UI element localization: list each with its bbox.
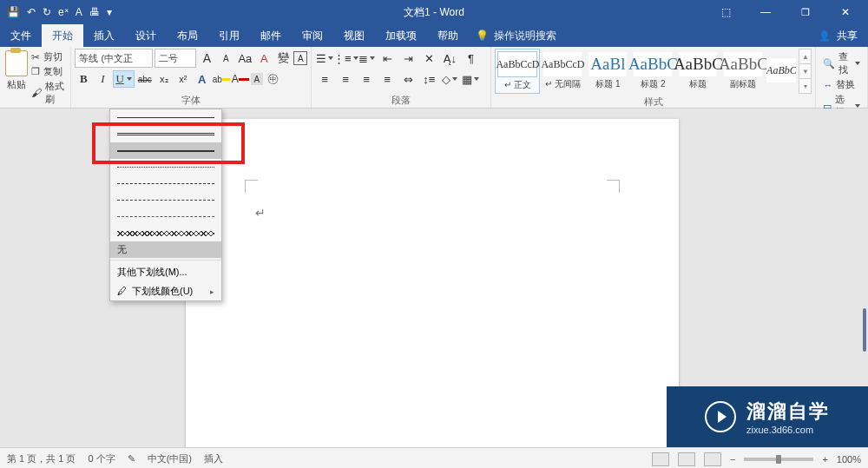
asian-layout-button[interactable]: ✕ (419, 49, 438, 67)
scrollbar-thumb[interactable] (863, 308, 866, 352)
underline-more-button[interactable]: 其他下划线(M)... (110, 262, 221, 281)
tab-insert[interactable]: 插入 (83, 24, 125, 47)
align-center-button[interactable]: ≡ (336, 70, 355, 88)
phonetic-button[interactable]: 變 (274, 49, 292, 67)
tab-layout[interactable]: 布局 (167, 24, 208, 47)
copy-button[interactable]: 复制 (31, 65, 67, 78)
style-gallery-scroll[interactable]: ▲ ▼ ▾ (799, 49, 812, 94)
style-heading2[interactable]: AaBbC 标题 2 (630, 49, 675, 94)
spellcheck-icon[interactable]: ✎ (128, 453, 135, 465)
font-size-combo[interactable]: 二号 (155, 49, 196, 68)
print-layout-icon[interactable] (678, 452, 695, 466)
text-effects-button[interactable]: A (194, 70, 211, 88)
style-title[interactable]: AaBbC 标题 (675, 49, 720, 94)
underline-color-button[interactable]: 下划线颜色(U) (110, 281, 221, 300)
print-icon[interactable]: 🖶 (89, 6, 100, 18)
borders-button[interactable]: ▦ (461, 70, 480, 88)
style-subtitle[interactable]: AaBbC 副标题 (720, 49, 766, 94)
ribbon-display-icon[interactable]: ⬚ (713, 6, 738, 18)
zoom-slider[interactable] (744, 458, 813, 461)
increase-indent-button[interactable]: ⇥ (398, 49, 418, 67)
bullets-button[interactable]: ☰ (315, 49, 334, 67)
underline-style-wave[interactable] (110, 225, 221, 241)
format-painter-button[interactable]: 格式刷 (31, 80, 67, 106)
style-heading1[interactable]: AaBl 标题 1 (585, 49, 630, 94)
char-border-button[interactable]: A (293, 51, 307, 65)
qat-more-icon[interactable]: ▾ (107, 6, 112, 18)
font-color-button[interactable]: A (232, 70, 249, 88)
multilevel-button[interactable]: ≣ (357, 49, 376, 67)
style-no-spacing[interactable]: AaBbCcD ↵ 无间隔 (540, 49, 585, 94)
tab-addins[interactable]: 加载项 (375, 24, 427, 47)
highlight-button[interactable]: ab (213, 70, 230, 88)
clear-format-button[interactable]: A (255, 49, 273, 67)
restore-icon[interactable] (793, 6, 818, 18)
change-case-button[interactable]: Aa (236, 49, 253, 67)
redo-icon[interactable]: ↻ (43, 6, 51, 18)
insert-mode[interactable]: 插入 (204, 452, 223, 465)
strike-button[interactable]: abc (136, 70, 154, 88)
share-button[interactable]: 共享 (819, 29, 858, 43)
justify-button[interactable]: ≡ (378, 70, 397, 88)
align-right-button[interactable]: ≡ (357, 70, 376, 88)
web-layout-icon[interactable] (704, 452, 721, 466)
tab-home[interactable]: 开始 (42, 24, 83, 47)
tab-design[interactable]: 设计 (125, 24, 167, 47)
tab-help[interactable]: 帮助 (427, 24, 469, 47)
tab-view[interactable]: 视图 (333, 24, 375, 47)
grow-font-button[interactable]: A (198, 49, 215, 67)
italic-button[interactable]: I (94, 70, 111, 88)
read-mode-icon[interactable] (652, 452, 669, 466)
paste-button[interactable]: 粘贴 (3, 49, 30, 92)
style-name: 副标题 (730, 78, 756, 90)
numbering-button[interactable]: ⋮≡ (336, 49, 355, 67)
superscript-button[interactable]: x² (174, 70, 192, 88)
tab-file[interactable]: 文件 (0, 24, 42, 47)
zoom-out-button[interactable]: − (730, 454, 735, 465)
language-status[interactable]: 中文(中国) (148, 452, 192, 465)
style-more[interactable]: AaBbC (766, 49, 797, 94)
scroll-expand-icon[interactable]: ▾ (799, 79, 811, 93)
tab-references[interactable]: 引用 (208, 24, 250, 47)
close-icon[interactable]: ✕ (833, 6, 858, 18)
sort-button[interactable]: Ą↓ (440, 49, 459, 67)
style-normal[interactable]: AaBbCcD ↵ 正文 (495, 49, 540, 94)
find-button[interactable]: 查找 (823, 50, 860, 76)
line-spacing-button[interactable]: ↕≡ (419, 70, 438, 88)
tab-mailings[interactable]: 邮件 (250, 24, 292, 47)
replace-button[interactable]: 替换 (823, 78, 855, 91)
tab-review[interactable]: 审阅 (292, 24, 333, 47)
decrease-indent-button[interactable]: ⇤ (378, 49, 397, 67)
show-marks-button[interactable]: ¶ (461, 49, 480, 67)
scroll-up-icon[interactable]: ▲ (799, 49, 811, 64)
shading-button[interactable]: ◇ (440, 70, 459, 88)
undo-icon[interactable]: ↶ (27, 6, 36, 18)
cut-button[interactable]: 剪切 (31, 50, 67, 63)
bold-button[interactable]: B (75, 70, 92, 88)
subscript-button[interactable]: x₂ (155, 70, 173, 88)
document-area[interactable]: ↵ 无 其他下划线(M)... 下划线颜色(U) 溜溜自学 zixue.3d66… (0, 109, 868, 447)
underline-style-dot-dash[interactable] (110, 192, 221, 208)
underline-style-dashed[interactable] (110, 175, 221, 192)
underline-button[interactable]: U (113, 70, 134, 88)
page[interactable]: ↵ (186, 119, 679, 447)
distribute-button[interactable]: ⇔ (398, 70, 418, 88)
scroll-down-icon[interactable]: ▼ (799, 64, 811, 79)
enclose-char-button[interactable]: ㊥ (265, 70, 282, 88)
save-icon[interactable]: 💾 (7, 6, 20, 18)
zoom-in-button[interactable]: + (822, 454, 827, 465)
zoom-level[interactable]: 100% (837, 454, 861, 465)
underline-style-none[interactable]: 无 (110, 241, 221, 258)
export-icon[interactable]: eˣ (58, 6, 69, 18)
align-left-button[interactable]: ≡ (315, 70, 334, 88)
underline-style-dot-dot-dash[interactable] (110, 208, 221, 225)
copy-icon (31, 66, 40, 77)
shrink-font-button[interactable]: A (217, 49, 234, 67)
char-shading-button[interactable]: A (251, 73, 263, 85)
font-name-combo[interactable]: 等线 (中文正 (75, 49, 153, 68)
minimize-icon[interactable]: — (753, 6, 778, 18)
page-count[interactable]: 第 1 页，共 1 页 (7, 452, 76, 465)
font-dialog-icon[interactable]: A (76, 6, 82, 18)
word-count[interactable]: 0 个字 (88, 452, 115, 465)
tell-me-search[interactable]: 💡 操作说明搜索 (476, 24, 556, 47)
